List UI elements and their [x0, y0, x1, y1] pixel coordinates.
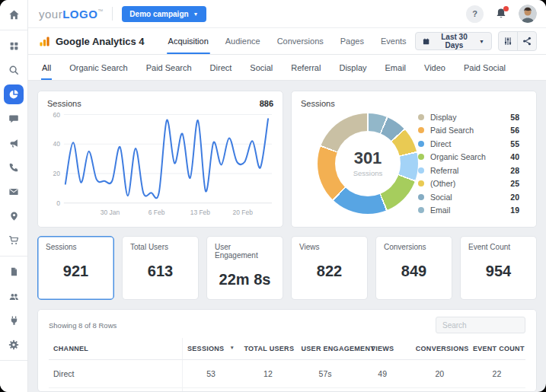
phone-icon[interactable]	[4, 158, 24, 177]
google-analytics-icon	[39, 36, 50, 47]
svg-text:6 Feb: 6 Feb	[148, 208, 165, 215]
column-header[interactable]: USER ENGAGEMENT	[297, 338, 354, 360]
legend-item[interactable]: Direct 55	[418, 139, 519, 148]
sidebar-divider	[0, 256, 27, 257]
app-window: your LOGO ™ Demo campaign ▼ ?	[0, 0, 546, 392]
shopping-cart-icon[interactable]	[4, 231, 24, 250]
sidebar-divider	[0, 30, 27, 30]
channel-filter-tab[interactable]: Email	[376, 55, 416, 80]
svg-text:20 Feb: 20 Feb	[233, 208, 253, 215]
table-cell: 49	[354, 360, 411, 388]
plug-icon[interactable]	[4, 311, 24, 330]
home-icon[interactable]	[4, 5, 24, 24]
channel-filter-tab[interactable]: Display	[330, 55, 375, 80]
table-row-count: Showing 8 of 8 Rows	[49, 321, 117, 330]
svg-text:30 Jan: 30 Jan	[101, 208, 120, 215]
date-range-label: Last 30 Days	[435, 33, 474, 49]
sessions-line-chart[interactable]: 020406030 Jan6 Feb13 Feb20 Feb	[47, 108, 273, 219]
legend-dot	[418, 127, 424, 133]
channel-filter-tab[interactable]: All	[33, 55, 60, 80]
legend-label: (Other)	[430, 179, 504, 188]
legend-item[interactable]: Referral 28	[418, 166, 519, 175]
channel-filter-tab[interactable]: Video	[415, 55, 455, 80]
settings-gear-icon[interactable]	[4, 335, 24, 355]
legend-item[interactable]: Email 19	[418, 206, 519, 215]
main-column: your LOGO ™ Demo campaign ▼ ?	[28, 0, 546, 392]
logo[interactable]: your LOGO ™	[39, 8, 103, 21]
legend-label: Social	[430, 193, 504, 202]
analytics-pie-icon[interactable]	[4, 84, 24, 104]
column-header[interactable]: EVENT COUNT	[468, 338, 525, 360]
filter-settings-button[interactable]	[499, 32, 517, 50]
channel-filter-tab[interactable]: Paid Search	[137, 55, 201, 80]
search-icon[interactable]	[4, 60, 24, 80]
kpi-card[interactable]: Views 822	[291, 236, 368, 300]
channel-filter-tab[interactable]: Social	[241, 55, 282, 80]
mail-icon[interactable]	[4, 182, 24, 202]
legend-dot	[418, 207, 424, 213]
ga-report-tab[interactable]: Acquisition	[160, 28, 217, 54]
table-cell: Direct	[49, 360, 182, 388]
table-cell: 22	[468, 360, 525, 388]
date-range-button[interactable]: Last 30 Days ▼	[415, 32, 492, 50]
legend-item[interactable]: (Other) 25	[418, 179, 519, 188]
svg-text:60: 60	[53, 110, 60, 118]
column-header[interactable]: CHANNEL	[49, 338, 182, 360]
legend-item[interactable]: Paid Search 56	[418, 126, 519, 135]
legend-dot	[418, 114, 424, 120]
notification-badge	[503, 6, 509, 11]
ga-report-tab[interactable]: Pages	[332, 28, 372, 54]
table-row[interactable]: Social522648s292056	[49, 388, 525, 392]
ga-title-wrap: Google Analytics 4	[39, 36, 145, 47]
users-icon[interactable]	[4, 286, 24, 306]
channel-filter-tab[interactable]: Direct	[201, 55, 241, 80]
legend-label: Display	[430, 113, 504, 122]
table-search-input[interactable]	[436, 317, 525, 333]
legend-item[interactable]: Social 20	[418, 193, 519, 202]
apps-grid-icon[interactable]	[4, 36, 24, 56]
legend-value: 20	[510, 193, 519, 202]
notifications-button[interactable]	[495, 8, 507, 20]
legend-value: 28	[510, 166, 519, 175]
ga-report-tab[interactable]: Conversions	[269, 28, 332, 54]
legend-item[interactable]: Display 58	[418, 113, 519, 122]
share-button[interactable]	[517, 32, 536, 50]
kpi-row: Sessions 921 Total Users 613 User Engage…	[37, 236, 537, 300]
line-chart-title: Sessions	[47, 99, 81, 108]
ga-nav-actions: Last 30 Days ▼	[415, 31, 537, 51]
channel-filter-bar: AllOrganic SearchPaid SearchDirectSocial…	[28, 55, 546, 81]
kpi-label: Total Users	[130, 243, 190, 251]
kpi-value: 954	[468, 263, 528, 280]
legend-label: Direct	[430, 139, 504, 148]
ga-report-tab[interactable]: Audience	[217, 28, 269, 54]
legend-value: 40	[510, 152, 519, 161]
table-toolbar: Showing 8 of 8 Rows	[49, 317, 525, 333]
table-row[interactable]: Direct531257s492022	[49, 360, 525, 388]
channel-filter-tab[interactable]: Paid Social	[455, 55, 515, 80]
kpi-card[interactable]: Event Count 954	[460, 236, 537, 300]
kpi-card[interactable]: User Engagement 22m 8s	[206, 236, 283, 300]
campaign-selector-button[interactable]: Demo campaign ▼	[122, 6, 206, 22]
kpi-card[interactable]: Sessions 921	[37, 236, 114, 300]
location-pin-icon[interactable]	[4, 206, 24, 226]
channel-filter-tab[interactable]: Referral	[282, 55, 330, 80]
kpi-card[interactable]: Total Users 613	[122, 236, 199, 300]
legend-label: Email	[430, 206, 504, 215]
avatar[interactable]	[519, 5, 537, 23]
megaphone-icon[interactable]	[4, 133, 24, 153]
ga-report-tab[interactable]: Events	[372, 28, 415, 54]
document-icon[interactable]	[4, 262, 24, 282]
help-button[interactable]: ?	[466, 5, 484, 23]
kpi-card[interactable]: Conversions 849	[375, 236, 452, 300]
column-header[interactable]: SESSIONS▼	[182, 338, 239, 360]
dashboard-content: Sessions 886 020406030 Jan6 Feb13 Feb20 …	[28, 81, 546, 392]
column-header[interactable]: CONVERSIONS	[411, 338, 468, 360]
chat-icon[interactable]	[4, 109, 24, 129]
legend-item[interactable]: Organic Search 40	[418, 152, 519, 161]
sessions-donut-chart[interactable]: 301 Sessions	[318, 113, 418, 214]
column-header[interactable]: TOTAL USERS	[239, 338, 296, 360]
legend-dot	[418, 141, 424, 147]
table-cell: 12	[239, 360, 296, 388]
channel-filter-tab[interactable]: Organic Search	[60, 55, 136, 80]
kpi-value: 849	[384, 263, 444, 280]
